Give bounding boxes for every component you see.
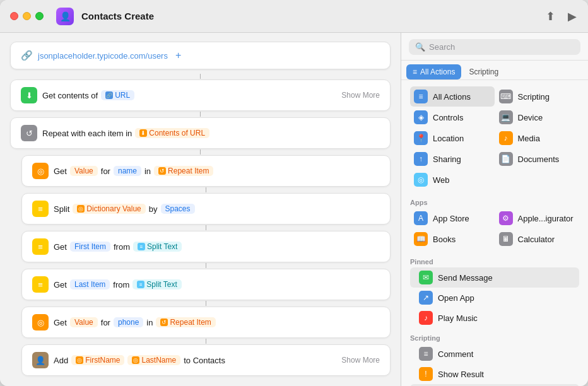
send-message-label: Send Message bbox=[438, 273, 493, 283]
apple-configurator-label: Apple...igurator bbox=[518, 214, 573, 223]
main-actions-grid: ≡ All Actions ⌨ Scripting ◈ Controls � bbox=[410, 86, 579, 192]
app-store-label: App Store bbox=[433, 214, 469, 223]
close-button[interactable] bbox=[10, 12, 18, 20]
contents-token: ⬇ Contents of URL bbox=[135, 128, 209, 138]
connector-8 bbox=[206, 339, 206, 344]
minimize-button[interactable] bbox=[23, 12, 31, 20]
actions-panel: 🔍 ≡ All Actions Scripting bbox=[401, 33, 588, 386]
search-icon: 🔍 bbox=[415, 42, 425, 52]
add-url-button[interactable]: + bbox=[175, 50, 181, 61]
action-apple-configurator[interactable]: ⚙ Apple...igurator bbox=[495, 208, 580, 228]
show-more-get-contents[interactable]: Show More bbox=[341, 91, 380, 100]
step-icon-repeat: ↺ bbox=[21, 125, 37, 141]
action-show-result[interactable]: ! Show Result bbox=[410, 364, 579, 384]
apps-category-label: Apps bbox=[410, 195, 579, 208]
action-scripting[interactable]: ⌨ Scripting bbox=[495, 86, 580, 107]
first-item-token: First Item bbox=[70, 242, 110, 252]
firstname-token: ◎ FirstName bbox=[71, 355, 124, 365]
action-documents[interactable]: 📄 Documents bbox=[495, 149, 580, 169]
show-more-add[interactable]: Show More bbox=[341, 356, 380, 365]
repeat-item-icon: ↺ bbox=[158, 167, 166, 175]
fullscreen-button[interactable] bbox=[35, 12, 44, 20]
action-controls[interactable]: ◈ Controls bbox=[410, 107, 495, 127]
category-pinned: Pinned ✉ Send Message ↗ Open App ♪ Play … bbox=[401, 253, 588, 329]
pinned-category-label: Pinned bbox=[410, 254, 579, 267]
search-input[interactable] bbox=[429, 42, 574, 52]
show-result-icon: ! bbox=[419, 367, 433, 381]
action-comment[interactable]: ≡ Comment bbox=[410, 344, 579, 364]
inner-steps: ◎ Get Value for name in ↺ Repeat Item bbox=[21, 155, 391, 376]
step-get-phone[interactable]: ◎ Get Value for phone in ↺ Repeat Item bbox=[21, 307, 391, 338]
category-main: ≡ All Actions ⌨ Scripting ◈ Controls � bbox=[401, 85, 588, 194]
action-play-music[interactable]: ♪ Play Music bbox=[410, 308, 579, 328]
comment-icon: ≡ bbox=[419, 347, 433, 361]
media-label: Media bbox=[518, 134, 540, 143]
controls-label: Controls bbox=[433, 113, 463, 122]
connector-2 bbox=[200, 112, 201, 117]
lastname-token: ◎ LastName bbox=[127, 355, 180, 365]
action-send-message[interactable]: ✉ Send Message bbox=[410, 267, 579, 288]
dict-val-icon: ◎ bbox=[77, 205, 85, 213]
actions-tabs: ≡ All Actions Scripting bbox=[401, 61, 588, 80]
connector-7 bbox=[206, 301, 206, 306]
play-music-label: Play Music bbox=[438, 313, 478, 323]
step-get-last[interactable]: ≡ Get Last Item from ≡ Split Text bbox=[21, 269, 391, 300]
search-input-wrap[interactable]: 🔍 bbox=[409, 39, 580, 55]
action-calculator[interactable]: 🖩 Calculator bbox=[495, 229, 580, 249]
documents-icon: 📄 bbox=[499, 152, 513, 166]
action-web[interactable]: ◎ Web bbox=[410, 170, 495, 190]
step-icon-split: ≡ bbox=[32, 201, 49, 217]
category-apps: Apps A App Store ⚙ Apple...igurator 📖 B bbox=[401, 194, 588, 253]
url-bar[interactable]: 🔗 jsonplaceholder.typicode.com/users + bbox=[10, 42, 391, 69]
lastname-icon: ◎ bbox=[132, 356, 139, 364]
tab-all-actions[interactable]: ≡ All Actions bbox=[406, 64, 461, 79]
step-icon-get-contents: ⬇ bbox=[21, 87, 37, 103]
step-text-get-contents: Get contents of 🔗 URL bbox=[42, 90, 336, 100]
run-button[interactable]: ▶ bbox=[567, 8, 578, 25]
step-repeat[interactable]: ↺ Repeat with each item in ⬇ Contents of… bbox=[10, 117, 391, 149]
action-device[interactable]: 💻 Device bbox=[495, 107, 580, 127]
connector-1 bbox=[200, 74, 201, 79]
action-all-actions[interactable]: ≡ All Actions bbox=[410, 86, 495, 107]
action-open-app[interactable]: ↗ Open App bbox=[410, 288, 579, 308]
apple-configurator-icon: ⚙ bbox=[499, 211, 513, 225]
step-get-contents[interactable]: ⬇ Get contents of 🔗 URL Show More bbox=[10, 79, 391, 111]
action-sharing[interactable]: ↑ Sharing bbox=[410, 149, 495, 169]
action-app-store[interactable]: A App Store bbox=[410, 208, 495, 228]
open-app-icon: ↗ bbox=[419, 291, 433, 305]
all-actions-tab-label: All Actions bbox=[420, 67, 455, 76]
split-text-icon-1: ≡ bbox=[138, 243, 145, 250]
controls-icon: ◈ bbox=[414, 110, 428, 124]
all-actions-icon: ≡ bbox=[414, 90, 428, 103]
step-icon-phone: ◎ bbox=[32, 314, 49, 330]
action-media[interactable]: ♪ Media bbox=[495, 128, 580, 148]
step-split[interactable]: ≡ Split ◎ Dictionary Value by Spaces bbox=[21, 193, 391, 225]
tab-scripting[interactable]: Scripting bbox=[462, 64, 505, 79]
step-get-first[interactable]: ≡ Get First Item from ≡ Split Text bbox=[21, 231, 391, 262]
step-text-split: Split ◎ Dictionary Value by Spaces bbox=[54, 204, 380, 214]
connector-4 bbox=[206, 187, 206, 192]
url-token: 🔗 URL bbox=[101, 90, 134, 100]
titlebar-actions: ⬆ ▶ bbox=[544, 8, 578, 25]
connector-3 bbox=[200, 149, 201, 155]
step-get-name[interactable]: ◎ Get Value for name in ↺ Repeat Item bbox=[21, 155, 391, 187]
open-app-label: Open App bbox=[438, 293, 474, 303]
actions-list: ≡ All Actions ⌨ Scripting ◈ Controls � bbox=[401, 80, 588, 386]
action-books[interactable]: 📖 Books bbox=[410, 229, 495, 249]
play-music-icon: ♪ bbox=[419, 311, 433, 325]
web-icon: ◎ bbox=[414, 173, 428, 187]
documents-label: Documents bbox=[518, 155, 560, 164]
step-add-contact[interactable]: 👤 Add ◎ FirstName ◎ LastName to Contacts bbox=[21, 344, 391, 376]
name-token: name bbox=[114, 166, 141, 176]
share-button[interactable]: ⬆ bbox=[544, 8, 556, 25]
category-scripting: Scripting ≡ Comment ! Show Result ⚠ Show… bbox=[401, 329, 588, 386]
search-bar: 🔍 bbox=[401, 33, 588, 61]
url-token-icon: 🔗 bbox=[105, 91, 113, 99]
action-location[interactable]: 📍 Location bbox=[410, 128, 495, 148]
app-icon: 👤 bbox=[56, 8, 74, 25]
books-label: Books bbox=[433, 235, 456, 244]
step-text-phone: Get Value for phone in ↺ Repeat Item bbox=[54, 317, 380, 327]
app-window: 👤 Contacts Create ⬆ ▶ 🔗 jsonplaceholder.… bbox=[0, 0, 588, 386]
main-content: 🔗 jsonplaceholder.typicode.com/users + ⬇… bbox=[0, 33, 588, 386]
phone-token: phone bbox=[114, 317, 143, 327]
